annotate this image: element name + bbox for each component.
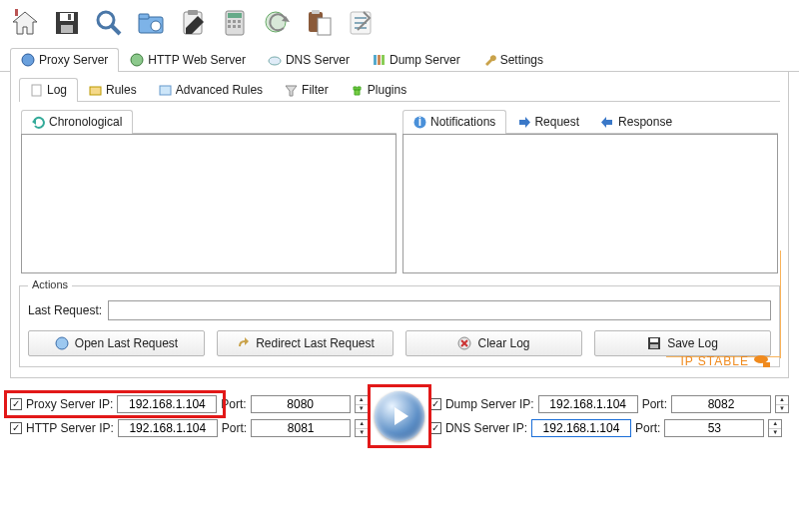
save-icon xyxy=(647,336,661,350)
tab-dns-server[interactable]: DNS Server xyxy=(257,48,361,71)
start-button[interactable] xyxy=(375,391,424,441)
proxy-ip-input[interactable] xyxy=(117,395,217,413)
globe-green-icon xyxy=(130,53,144,67)
sub-tab-bar: Log Rules Advanced Rules Filter Plugins xyxy=(19,78,780,102)
tab-settings[interactable]: Settings xyxy=(471,48,554,71)
adv-rules-icon xyxy=(159,84,172,97)
play-icon xyxy=(395,407,408,425)
http-ip-input[interactable] xyxy=(118,419,218,437)
proxy-port-spinner[interactable]: ▲▼ xyxy=(355,395,369,413)
subtab-label: Advanced Rules xyxy=(176,83,263,97)
notifications-log-box[interactable] xyxy=(402,134,778,273)
dump-port-input[interactable] xyxy=(671,395,771,413)
svg-rect-38 xyxy=(160,86,171,95)
http-port-spinner[interactable]: ▲▼ xyxy=(355,419,369,437)
port-label: Port: xyxy=(635,421,660,435)
logtab-response[interactable]: Response xyxy=(590,110,683,133)
logtab-label: Notifications xyxy=(430,115,495,129)
svg-point-6 xyxy=(98,12,114,28)
chronological-log-box[interactable] xyxy=(21,134,397,273)
log-area: Chronological i Notifications Request Re… xyxy=(19,108,780,279)
subtab-label: Plugins xyxy=(368,83,406,97)
globe-icon xyxy=(21,53,35,67)
folder-icon[interactable] xyxy=(132,4,170,42)
dump-ip-input[interactable] xyxy=(538,395,638,413)
cloud-server-icon xyxy=(753,354,771,368)
svg-rect-24 xyxy=(312,10,320,14)
save-icon[interactable] xyxy=(48,4,86,42)
subtab-rules[interactable]: Rules xyxy=(78,78,148,101)
checklist-icon[interactable] xyxy=(342,4,380,42)
svg-rect-14 xyxy=(228,13,242,18)
paste-icon[interactable] xyxy=(300,4,338,42)
svg-point-45 xyxy=(56,337,68,349)
svg-rect-12 xyxy=(188,10,198,15)
proxy-port-input[interactable] xyxy=(251,395,351,413)
dump-checkbox[interactable]: ✓ xyxy=(429,398,441,410)
dns-port-spinner[interactable]: ▲▼ xyxy=(768,419,782,437)
svg-rect-9 xyxy=(139,14,149,19)
svg-rect-37 xyxy=(90,87,101,95)
svg-rect-36 xyxy=(32,85,41,96)
subtab-label: Log xyxy=(47,83,67,97)
dump-port-spinner[interactable]: ▲▼ xyxy=(775,395,789,413)
dns-port-input[interactable] xyxy=(664,419,764,437)
port-label: Port: xyxy=(222,421,247,435)
tab-dump-server[interactable]: Dump Server xyxy=(361,48,471,71)
subtab-filter[interactable]: Filter xyxy=(274,78,340,101)
dns-checkbox[interactable]: ✓ xyxy=(429,422,441,434)
svg-rect-20 xyxy=(238,25,241,28)
svg-point-52 xyxy=(754,355,768,363)
svg-text:i: i xyxy=(418,116,421,129)
globe-icon xyxy=(55,336,69,350)
tab-proxy-server[interactable]: Proxy Server xyxy=(10,48,119,71)
svg-point-31 xyxy=(131,54,143,66)
tab-http-server[interactable]: HTTP Web Server xyxy=(119,48,257,71)
subtab-label: Rules xyxy=(106,83,137,97)
dns-ip-input[interactable] xyxy=(531,419,631,437)
globe-refresh-icon[interactable] xyxy=(258,4,296,42)
logtab-chronological[interactable]: Chronological xyxy=(21,110,133,133)
save-log-button[interactable]: Save Log xyxy=(594,330,771,356)
tab-label: Proxy Server xyxy=(39,53,108,67)
subtab-advanced-rules[interactable]: Advanced Rules xyxy=(148,78,274,101)
search-icon[interactable] xyxy=(90,4,128,42)
subtab-plugins[interactable]: Plugins xyxy=(340,78,417,101)
svg-marker-39 xyxy=(286,86,297,96)
info-icon: i xyxy=(413,116,426,129)
button-label: Open Last Request xyxy=(75,336,178,350)
last-request-input[interactable] xyxy=(108,300,771,320)
logtab-label: Request xyxy=(534,115,579,129)
dns-server-row: ✓ DNS Server IP: Port: ▲▼ xyxy=(429,419,789,437)
proxy-server-pane: Log Rules Advanced Rules Filter Plugins … xyxy=(10,72,789,378)
actions-group: Actions Last Request: Open Last Request … xyxy=(19,285,780,367)
server-label: DNS Server IP: xyxy=(445,421,527,435)
home-icon[interactable] xyxy=(6,4,44,42)
watermark-ipstable: IP STABLE xyxy=(680,354,771,368)
svg-marker-44 xyxy=(601,117,612,128)
proxy-checkbox[interactable]: ✓ xyxy=(10,398,22,410)
svg-rect-51 xyxy=(650,344,658,348)
subtab-log[interactable]: Log xyxy=(19,78,78,101)
watermark-text: IP STABLE xyxy=(680,354,749,368)
clipboard-icon[interactable] xyxy=(174,4,212,42)
actions-title: Actions xyxy=(28,278,72,290)
svg-rect-25 xyxy=(318,18,331,35)
http-port-input[interactable] xyxy=(251,419,351,437)
calculator-icon[interactable] xyxy=(216,4,254,42)
logtab-label: Chronological xyxy=(49,115,122,129)
http-checkbox[interactable]: ✓ xyxy=(10,422,22,434)
svg-point-30 xyxy=(22,54,34,66)
open-last-request-button[interactable]: Open Last Request xyxy=(28,330,205,356)
logtab-request[interactable]: Request xyxy=(506,110,590,133)
port-label: Port: xyxy=(642,397,667,411)
left-server-column: ✓ Proxy Server IP: Port: ▲▼ ✓ HTTP Serve… xyxy=(10,395,369,437)
redirect-last-request-button[interactable]: Redirect Last Request xyxy=(217,330,394,356)
log-left-column: Chronological xyxy=(21,110,397,273)
rules-icon xyxy=(89,84,102,97)
logtab-notifications[interactable]: i Notifications xyxy=(402,110,506,133)
server-label: HTTP Server IP: xyxy=(26,421,114,435)
filter-icon xyxy=(285,84,298,97)
bars-icon xyxy=(372,53,386,67)
clear-log-button[interactable]: Clear Log xyxy=(405,330,582,356)
